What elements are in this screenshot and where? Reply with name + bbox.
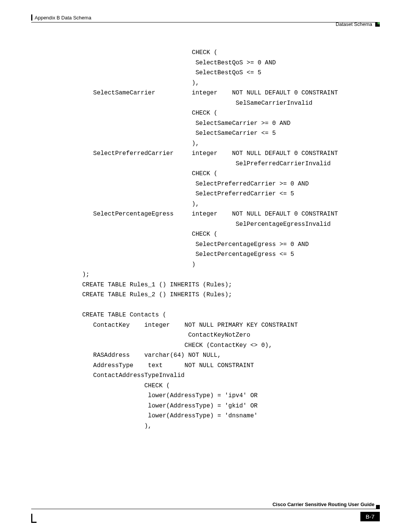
section-marker-icon <box>375 22 380 27</box>
header-section-label: Dataset Schema <box>336 21 372 27</box>
document-page: Appendix B Data Schema Dataset Schema CH… <box>0 0 411 532</box>
header-left: Appendix B Data Schema <box>31 14 91 21</box>
header-appendix-label: Appendix B Data Schema <box>35 15 91 21</box>
corner-icon <box>31 514 32 523</box>
header-bar-icon <box>31 14 32 21</box>
footer-guide-title: Cisco Carrier Sensitive Routing User Gui… <box>272 502 374 507</box>
page-number: B-7 <box>360 512 380 521</box>
header-rule <box>31 22 380 22</box>
footer-rule <box>31 509 380 509</box>
header-right: Dataset Schema <box>336 21 380 27</box>
footer-marker-icon <box>376 505 380 509</box>
sql-code-block: CHECK ( SelectBestQoS >= 0 AND SelectBes… <box>82 48 338 431</box>
